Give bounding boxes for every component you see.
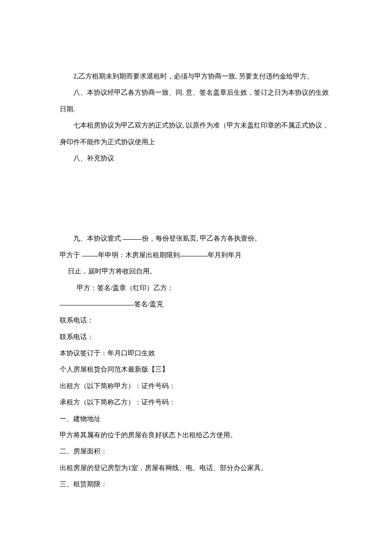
blank-period [180,250,208,256]
blank-copies [123,233,142,240]
text-decl-mid: 年申明：木房屋出租期限到 [98,251,180,259]
paragraph-lessee: 承租方（以下简称乙方）：证件号码： [60,394,332,410]
paragraph-early-termination: 2,乙方租期未到期而要求退租时，必须与甲方协商一致, 另要支付违约金给甲方。 [60,68,332,84]
text-decl-suffix: 年月到年月 [208,251,242,259]
heading-template-3: 个人房屋租货合同范木最新版【三】 [60,361,332,378]
paragraph-address-detail: 甲方将其属有的位于的房屋在良好状态卜出租给乙方使用。 [60,427,332,443]
text-copies-prefix: 九、本协议壹式 [73,235,123,242]
paragraph-phone-2: 联系电话： [60,329,332,345]
text-signature-b: 签名/盖克 [134,300,163,308]
paragraph-recovery: 日止，届时甲方将收回自用。 [60,263,332,279]
blank-space [60,166,332,230]
paragraph-declaration: 甲方于 年申明：木房屋出租期限到年月到年月 [60,247,332,263]
heading-area: 二、房屋面积： [60,443,332,459]
paragraph-sign-date: 本协议签订于：年月口即口生效 [60,345,332,361]
heading-address: 一、建物地址 [60,411,332,427]
paragraph-lessor: 出租方（以下简称甲方）：证件号码： [60,378,332,394]
blank-year [82,250,98,256]
paragraph-clause-8b: 八、补充协议 [60,150,332,166]
paragraph-copies: 九、本协议壹式 份，每份登张虱页, 甲乙各方各执壹份。 [60,230,332,247]
paragraph-clause-7: 七本租房协议为甲乙双方的正式协议, 以原件为准（甲方未盖红印章的不属正式协议，身… [60,117,332,150]
paragraph-signature-b: 签名/盖克 [60,296,332,312]
text-copies-suffix: 份，每份登张虱页, 甲乙各方各执壹份。 [142,235,261,242]
paragraph-clause-8a: 八、本协议经甲乙各方协商一致、同. 意、签名盖章后生效，签订之日为本协议的生效日… [60,84,332,117]
heading-lease-term: 三、租赁期限： [60,476,332,492]
blank-signature [60,299,134,305]
text-decl-prefix: 甲方于 [60,251,82,259]
paragraph-phone-1: 联系电话： [60,312,332,328]
paragraph-area-detail: 出租房屋的登记房型为1室，房屋有网线、电、电话、部分办公家具。 [60,460,332,476]
paragraph-signature-a: 甲方：签名/盖章（红印）乙方： [60,280,332,296]
